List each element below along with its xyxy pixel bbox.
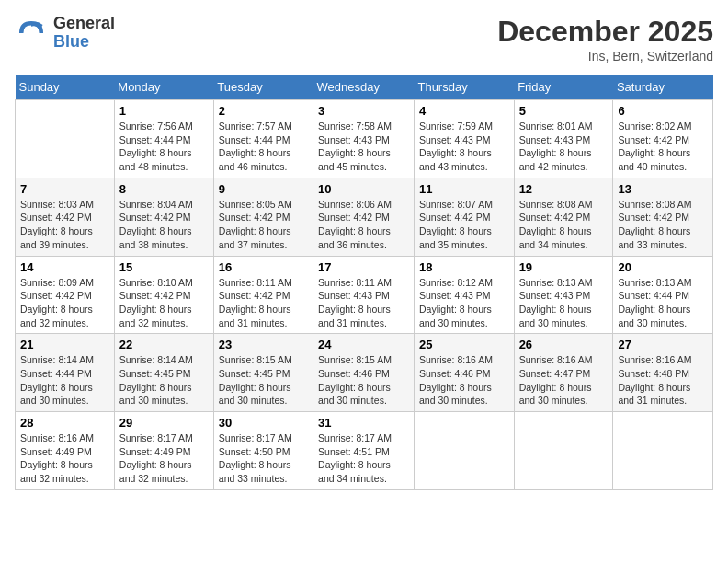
- cell-info: Sunrise: 7:58 AM Sunset: 4:43 PM Dayligh…: [318, 120, 409, 174]
- cell-info: Sunrise: 8:02 AM Sunset: 4:42 PM Dayligh…: [618, 120, 708, 174]
- calendar-cell: 8 Sunrise: 8:04 AM Sunset: 4:42 PM Dayli…: [114, 178, 213, 256]
- day-number: 24: [318, 338, 409, 351]
- calendar-cell: [16, 100, 115, 178]
- cell-info: Sunrise: 8:16 AM Sunset: 4:48 PM Dayligh…: [618, 353, 708, 408]
- calendar-cell: 23 Sunrise: 8:15 AM Sunset: 4:45 PM Dayl…: [213, 334, 313, 412]
- calendar-cell: 28 Sunrise: 8:16 AM Sunset: 4:49 PM Dayl…: [16, 412, 115, 490]
- cell-info: Sunrise: 8:13 AM Sunset: 4:43 PM Dayligh…: [519, 276, 609, 330]
- calendar-cell: 21 Sunrise: 8:14 AM Sunset: 4:44 PM Dayl…: [16, 334, 115, 412]
- cell-info: Sunrise: 8:14 AM Sunset: 4:44 PM Dayligh…: [20, 353, 109, 408]
- calendar-cell: 31 Sunrise: 8:17 AM Sunset: 4:51 PM Dayl…: [313, 412, 415, 490]
- calendar-cell: 13 Sunrise: 8:08 AM Sunset: 4:42 PM Dayl…: [613, 178, 713, 256]
- cell-info: Sunrise: 8:08 AM Sunset: 4:42 PM Dayligh…: [519, 198, 609, 252]
- weekday-header: Sunday: [16, 75, 115, 100]
- cell-info: Sunrise: 8:09 AM Sunset: 4:42 PM Dayligh…: [20, 276, 109, 330]
- weekday-header: Monday: [114, 75, 213, 100]
- day-number: 10: [318, 182, 409, 196]
- calendar-cell: [514, 412, 613, 490]
- day-number: 15: [119, 260, 209, 274]
- day-number: 7: [20, 182, 109, 196]
- day-number: 31: [318, 416, 409, 430]
- cell-info: Sunrise: 8:07 AM Sunset: 4:42 PM Dayligh…: [419, 198, 509, 252]
- calendar-cell: 24 Sunrise: 8:15 AM Sunset: 4:46 PM Dayl…: [313, 334, 415, 412]
- calendar-cell: 7 Sunrise: 8:03 AM Sunset: 4:42 PM Dayli…: [16, 178, 115, 256]
- calendar-cell: 4 Sunrise: 7:59 AM Sunset: 4:43 PM Dayli…: [414, 100, 514, 178]
- calendar-table: SundayMondayTuesdayWednesdayThursdayFrid…: [15, 75, 713, 490]
- calendar-cell: 3 Sunrise: 7:58 AM Sunset: 4:43 PM Dayli…: [313, 100, 415, 178]
- cell-info: Sunrise: 8:17 AM Sunset: 4:49 PM Dayligh…: [119, 431, 209, 486]
- calendar-cell: 20 Sunrise: 8:13 AM Sunset: 4:44 PM Dayl…: [613, 256, 713, 334]
- calendar-cell: 1 Sunrise: 7:56 AM Sunset: 4:44 PM Dayli…: [114, 100, 213, 178]
- day-number: 14: [20, 260, 109, 274]
- day-number: 13: [618, 182, 708, 196]
- calendar-cell: 14 Sunrise: 8:09 AM Sunset: 4:42 PM Dayl…: [16, 256, 115, 334]
- day-number: 8: [119, 182, 209, 196]
- logo-line2: Blue: [53, 33, 115, 52]
- calendar-cell: 27 Sunrise: 8:16 AM Sunset: 4:48 PM Dayl…: [613, 334, 713, 412]
- cell-info: Sunrise: 8:14 AM Sunset: 4:45 PM Dayligh…: [119, 353, 209, 408]
- day-number: 29: [119, 416, 209, 430]
- calendar-cell: 18 Sunrise: 8:12 AM Sunset: 4:43 PM Dayl…: [414, 256, 514, 334]
- calendar-cell: 16 Sunrise: 8:11 AM Sunset: 4:42 PM Dayl…: [213, 256, 313, 334]
- weekday-header: Wednesday: [313, 75, 415, 100]
- cell-info: Sunrise: 8:05 AM Sunset: 4:42 PM Dayligh…: [219, 198, 308, 252]
- cell-info: Sunrise: 8:08 AM Sunset: 4:42 PM Dayligh…: [618, 198, 708, 252]
- cell-info: Sunrise: 8:10 AM Sunset: 4:42 PM Dayligh…: [119, 276, 209, 330]
- page-header: General Blue December 2025 Ins, Bern, Sw…: [15, 15, 713, 63]
- calendar-week-row: 7 Sunrise: 8:03 AM Sunset: 4:42 PM Dayli…: [16, 178, 713, 256]
- weekday-header: Thursday: [414, 75, 514, 100]
- cell-info: Sunrise: 7:59 AM Sunset: 4:43 PM Dayligh…: [419, 120, 509, 174]
- calendar-cell: 6 Sunrise: 8:02 AM Sunset: 4:42 PM Dayli…: [613, 100, 713, 178]
- logo-text: General Blue: [53, 15, 115, 52]
- page-title: December 2025: [497, 15, 713, 49]
- day-number: 11: [419, 182, 509, 196]
- day-number: 21: [20, 338, 109, 351]
- calendar-cell: [414, 412, 514, 490]
- calendar-cell: 11 Sunrise: 8:07 AM Sunset: 4:42 PM Dayl…: [414, 178, 514, 256]
- day-number: 6: [618, 104, 708, 118]
- calendar-cell: 9 Sunrise: 8:05 AM Sunset: 4:42 PM Dayli…: [213, 178, 313, 256]
- calendar-cell: 19 Sunrise: 8:13 AM Sunset: 4:43 PM Dayl…: [514, 256, 613, 334]
- day-number: 30: [219, 416, 308, 430]
- calendar-cell: 17 Sunrise: 8:11 AM Sunset: 4:43 PM Dayl…: [313, 256, 415, 334]
- cell-info: Sunrise: 8:15 AM Sunset: 4:45 PM Dayligh…: [219, 353, 308, 408]
- day-number: 20: [618, 260, 708, 274]
- weekday-header: Saturday: [613, 75, 713, 100]
- calendar-cell: 15 Sunrise: 8:10 AM Sunset: 4:42 PM Dayl…: [114, 256, 213, 334]
- weekday-header-row: SundayMondayTuesdayWednesdayThursdayFrid…: [16, 75, 713, 100]
- calendar-cell: 30 Sunrise: 8:17 AM Sunset: 4:50 PM Dayl…: [213, 412, 313, 490]
- day-number: 18: [419, 260, 509, 274]
- calendar-week-row: 21 Sunrise: 8:14 AM Sunset: 4:44 PM Dayl…: [16, 334, 713, 412]
- logo-line1: General: [53, 15, 115, 33]
- logo-icon: [15, 17, 48, 50]
- cell-info: Sunrise: 8:16 AM Sunset: 4:49 PM Dayligh…: [20, 431, 109, 486]
- cell-info: Sunrise: 7:57 AM Sunset: 4:44 PM Dayligh…: [219, 120, 308, 174]
- calendar-cell: 22 Sunrise: 8:14 AM Sunset: 4:45 PM Dayl…: [114, 334, 213, 412]
- cell-info: Sunrise: 7:56 AM Sunset: 4:44 PM Dayligh…: [119, 120, 209, 174]
- cell-info: Sunrise: 8:16 AM Sunset: 4:47 PM Dayligh…: [519, 353, 609, 408]
- weekday-header: Friday: [514, 75, 613, 100]
- day-number: 12: [519, 182, 609, 196]
- calendar-cell: 10 Sunrise: 8:06 AM Sunset: 4:42 PM Dayl…: [313, 178, 415, 256]
- cell-info: Sunrise: 8:17 AM Sunset: 4:51 PM Dayligh…: [318, 431, 409, 486]
- day-number: 22: [119, 338, 209, 351]
- cell-info: Sunrise: 8:06 AM Sunset: 4:42 PM Dayligh…: [318, 198, 409, 252]
- calendar-cell: 29 Sunrise: 8:17 AM Sunset: 4:49 PM Dayl…: [114, 412, 213, 490]
- page-subtitle: Ins, Bern, Switzerland: [497, 49, 713, 63]
- day-number: 16: [219, 260, 308, 274]
- day-number: 4: [419, 104, 509, 118]
- cell-info: Sunrise: 8:13 AM Sunset: 4:44 PM Dayligh…: [618, 276, 708, 330]
- day-number: 28: [20, 416, 109, 430]
- calendar-cell: 25 Sunrise: 8:16 AM Sunset: 4:46 PM Dayl…: [414, 334, 514, 412]
- day-number: 3: [318, 104, 409, 118]
- day-number: 27: [618, 338, 708, 351]
- day-number: 5: [519, 104, 609, 118]
- day-number: 26: [519, 338, 609, 351]
- calendar-cell: [613, 412, 713, 490]
- day-number: 9: [219, 182, 308, 196]
- logo: General Blue: [15, 15, 115, 52]
- calendar-cell: 2 Sunrise: 7:57 AM Sunset: 4:44 PM Dayli…: [213, 100, 313, 178]
- cell-info: Sunrise: 8:11 AM Sunset: 4:42 PM Dayligh…: [219, 276, 308, 330]
- day-number: 17: [318, 260, 409, 274]
- cell-info: Sunrise: 8:11 AM Sunset: 4:43 PM Dayligh…: [318, 276, 409, 330]
